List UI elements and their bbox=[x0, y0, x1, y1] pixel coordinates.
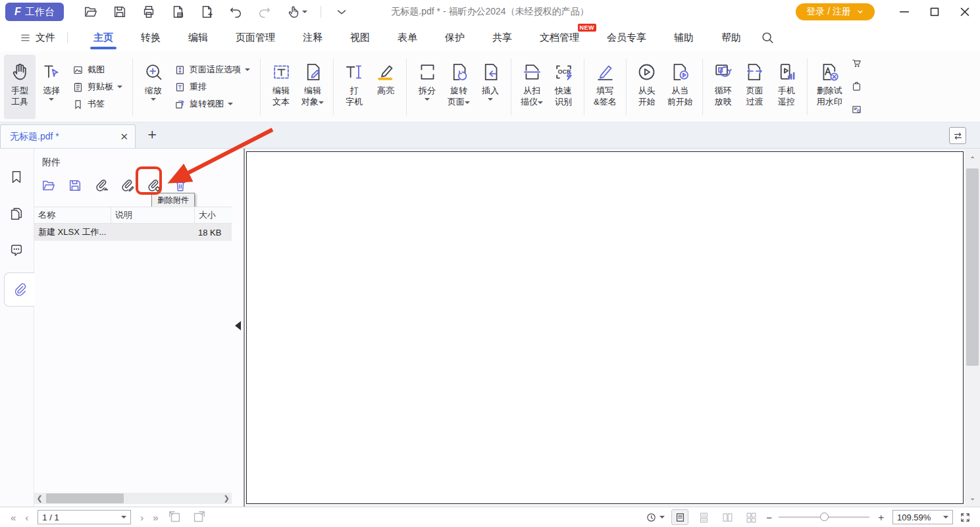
clipboard-button[interactable]: 剪贴板 bbox=[70, 80, 125, 94]
single-page-view-button[interactable] bbox=[671, 509, 688, 525]
search-button[interactable] bbox=[760, 30, 775, 45]
phone-remote-button[interactable]: 手机 遥控 bbox=[771, 55, 802, 119]
pdf-page[interactable] bbox=[246, 151, 964, 504]
zoom-level-dropdown[interactable]: 109.59% bbox=[892, 510, 953, 524]
page-transition-button[interactable]: 页面 过渡 bbox=[739, 55, 771, 119]
vertical-scrollbar[interactable]: ⌃ ⌄ bbox=[965, 149, 980, 507]
tab-member[interactable]: 会员专享 bbox=[607, 25, 646, 51]
store-button[interactable] bbox=[851, 81, 862, 92]
header-name[interactable]: 名称 bbox=[34, 209, 111, 221]
zoom-out-button[interactable]: − bbox=[766, 512, 772, 523]
next-page-button[interactable]: › bbox=[140, 512, 143, 523]
next-view-button[interactable] bbox=[192, 510, 206, 524]
from-scanner-button[interactable]: 从扫 描仪 bbox=[516, 55, 548, 119]
tab-form[interactable]: 表单 bbox=[398, 25, 417, 51]
rotate-view-button[interactable]: 旋转视图 bbox=[172, 97, 253, 111]
scroll-down-icon[interactable]: ⌄ bbox=[965, 491, 980, 504]
tab-home[interactable]: 主页 bbox=[93, 25, 113, 51]
undo-button[interactable] bbox=[227, 3, 244, 20]
header-description[interactable]: 说明 bbox=[111, 207, 194, 223]
fullscreen-button[interactable] bbox=[960, 512, 971, 523]
split-button[interactable]: 拆分 bbox=[411, 55, 443, 119]
nav-comments-button[interactable] bbox=[9, 243, 24, 258]
play-from-start-button[interactable]: 从头 开始 bbox=[631, 55, 663, 119]
nav-pages-button[interactable] bbox=[9, 207, 24, 221]
bookmark-button[interactable]: 书签 bbox=[70, 97, 125, 111]
facing-continuous-view-button[interactable] bbox=[742, 509, 760, 525]
zoom-tool-button[interactable]: 缩放 bbox=[138, 55, 169, 119]
add-attachment-button[interactable] bbox=[92, 176, 111, 195]
close-button[interactable] bbox=[950, 1, 980, 22]
remove-trial-watermark-button[interactable]: 删除试 用水印 bbox=[812, 55, 847, 119]
toggle-panel-button[interactable] bbox=[949, 127, 966, 144]
nav-attachments-button[interactable] bbox=[4, 272, 34, 307]
maximize-button[interactable] bbox=[919, 1, 950, 22]
workspace-button[interactable]: F 工作台 bbox=[5, 3, 64, 21]
tab-share[interactable]: 共享 bbox=[492, 25, 512, 51]
facing-view-button[interactable] bbox=[719, 509, 736, 525]
edit-text-button[interactable]: 编辑 文本 bbox=[265, 55, 297, 119]
tab-convert[interactable]: 转换 bbox=[141, 25, 161, 51]
tab-view[interactable]: 视图 bbox=[350, 25, 370, 51]
continuous-view-button[interactable] bbox=[695, 509, 712, 525]
horizontal-scroll-thumb[interactable] bbox=[46, 493, 124, 503]
tab-help[interactable]: 帮助 bbox=[721, 25, 741, 51]
play-from-current-button[interactable]: 从当 前开始 bbox=[663, 55, 698, 119]
cart-button[interactable] bbox=[851, 57, 862, 68]
fill-sign-button[interactable]: 填写 &签名 bbox=[589, 55, 621, 119]
scroll-left-icon[interactable]: ❮ bbox=[34, 494, 45, 503]
reading-timer-button[interactable] bbox=[646, 512, 665, 523]
edit-object-button[interactable]: 编辑 对象 bbox=[297, 55, 328, 119]
open-file-button[interactable] bbox=[82, 3, 99, 20]
tab-page-manage[interactable]: 页面管理 bbox=[236, 25, 275, 51]
nav-bookmarks-button[interactable] bbox=[9, 170, 24, 184]
remove-page-button[interactable] bbox=[169, 3, 186, 20]
tab-protect[interactable]: 保护 bbox=[445, 25, 465, 51]
loop-play-button[interactable]: 循环 放映 bbox=[708, 55, 739, 119]
insert-page-button[interactable]: 插入 bbox=[475, 55, 506, 119]
touch-mode-button[interactable] bbox=[285, 3, 309, 20]
page-number-dropdown[interactable]: 1 / 1 bbox=[38, 510, 131, 524]
previous-page-button[interactable]: ‹ bbox=[25, 512, 28, 523]
save-attachment-button[interactable] bbox=[66, 176, 84, 195]
save-button[interactable] bbox=[111, 3, 128, 20]
quick-ocr-button[interactable]: OCR 快速 识别 bbox=[548, 55, 579, 119]
attachment-settings-button[interactable] bbox=[145, 176, 163, 195]
file-menu-button[interactable]: 文件 bbox=[20, 32, 55, 44]
tab-close-icon[interactable]: ✕ bbox=[120, 131, 128, 143]
panel-horizontal-scrollbar[interactable]: ❮ ❯ bbox=[34, 493, 232, 504]
add-page-button[interactable] bbox=[198, 3, 215, 20]
print-button[interactable] bbox=[140, 3, 157, 20]
zoom-slider[interactable] bbox=[779, 511, 869, 524]
document-tab[interactable]: 无标题.pdf * ✕ bbox=[0, 124, 136, 148]
reflow-button[interactable]: 重排 bbox=[172, 80, 253, 94]
tab-comment[interactable]: 注释 bbox=[303, 25, 322, 51]
collapse-panel-handle[interactable] bbox=[235, 321, 241, 330]
fit-options-button[interactable]: 页面适应选项 bbox=[172, 63, 253, 77]
zoom-in-button[interactable]: ＋ bbox=[876, 511, 886, 524]
new-tab-button[interactable]: ＋ bbox=[145, 124, 159, 144]
open-attachment-button[interactable] bbox=[39, 176, 58, 195]
hand-tool-button[interactable]: 手型 工具 bbox=[4, 55, 36, 119]
redo-button[interactable] bbox=[256, 3, 273, 20]
select-tool-button[interactable]: 选择 bbox=[36, 55, 67, 119]
header-size[interactable]: 大小 bbox=[194, 207, 232, 223]
scroll-up-icon[interactable]: ⌃ bbox=[965, 153, 980, 166]
minimize-button[interactable] bbox=[889, 1, 919, 22]
delete-attachment-button[interactable] bbox=[171, 176, 190, 195]
zoom-slider-thumb[interactable] bbox=[820, 513, 829, 521]
last-page-button[interactable]: » bbox=[153, 512, 158, 523]
first-page-button[interactable]: « bbox=[11, 512, 16, 523]
tab-edit[interactable]: 编辑 bbox=[188, 25, 208, 51]
customize-toolbar-button[interactable] bbox=[333, 3, 350, 20]
tab-doc-manage[interactable]: 文档管理 NEW bbox=[540, 25, 579, 51]
screenshot-button[interactable]: 截图 bbox=[70, 63, 125, 77]
tab-assist[interactable]: 辅助 bbox=[674, 25, 694, 51]
highlight-button[interactable]: 高亮 bbox=[370, 55, 401, 119]
previous-view-button[interactable] bbox=[168, 510, 182, 524]
edit-attachment-button[interactable] bbox=[118, 176, 137, 195]
typewriter-button[interactable]: 打 字机 bbox=[338, 55, 370, 119]
member-card-button[interactable] bbox=[851, 104, 862, 115]
scroll-right-icon[interactable]: ❯ bbox=[221, 494, 232, 503]
rotate-page-button[interactable]: 旋转 页面 bbox=[443, 55, 475, 119]
